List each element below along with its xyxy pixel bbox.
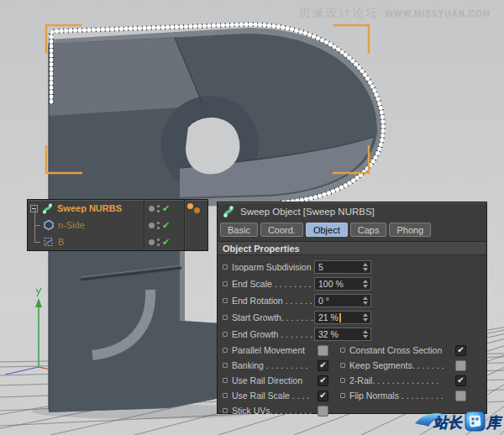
stick-uvs-checkbox[interactable] bbox=[318, 406, 328, 417]
logo-text-right: 库 bbox=[486, 414, 503, 431]
param-dot-icon[interactable] bbox=[223, 265, 228, 270]
attributes-title-bar: Sweep Object [Sweep NURBS] bbox=[218, 202, 486, 221]
om-object-label[interactable]: Sweep NURBS bbox=[57, 203, 122, 213]
check-row: Use Rail Direction ✔ 2-Rail. . . . . . .… bbox=[223, 373, 480, 388]
tab-phong[interactable]: Phong bbox=[389, 223, 431, 237]
param-dot-icon[interactable] bbox=[223, 378, 228, 383]
z-axis-icon bbox=[5, 367, 39, 375]
object-manager-panel: Sweep NURBS ✔ n-Side ✔ bbox=[27, 199, 208, 251]
param-dot-icon[interactable] bbox=[223, 363, 228, 368]
tab-bar: Basic Coord. Object Caps Phong bbox=[218, 221, 486, 238]
om-row-n-side[interactable]: n-Side ✔ bbox=[28, 217, 207, 233]
check-label: Keep Segments. . . . . . . bbox=[349, 360, 455, 370]
tag-dot-icon[interactable] bbox=[194, 207, 200, 213]
tab-basic[interactable]: Basic bbox=[220, 223, 258, 237]
attributes-panel: Sweep Object [Sweep NURBS] Basic Coord. … bbox=[217, 202, 487, 414]
stepper-arrows[interactable] bbox=[360, 278, 370, 290]
check-label: Constant Cross Section bbox=[349, 345, 455, 355]
om-row-sweep-nurbs[interactable]: Sweep NURBS ✔ bbox=[28, 200, 207, 217]
check-label: Use Rail Direction bbox=[232, 375, 318, 385]
stepper-arrows[interactable] bbox=[360, 328, 370, 340]
field-row-isoparm-subdivision: Isoparm Subdivision 5 bbox=[223, 259, 480, 275]
stepper-arrows[interactable] bbox=[360, 312, 370, 323]
field-row-end-rotation: End Rotation . . . . . . 0 ° bbox=[223, 292, 480, 309]
check-label: Parallel Movement bbox=[232, 345, 318, 355]
field-row-end-growth: End Growth . . . . . . . 32 % bbox=[223, 326, 480, 343]
two-rail-checkbox[interactable]: ✔ bbox=[455, 375, 466, 386]
tree-connector bbox=[28, 233, 42, 250]
param-dot-icon[interactable] bbox=[223, 393, 228, 398]
enable-check-icon[interactable]: ✔ bbox=[162, 204, 170, 213]
check-label: Stick UVs. . . . . . . . . bbox=[232, 406, 318, 416]
watermark-site-name: 思缘设计论坛 bbox=[299, 6, 380, 21]
render-dots[interactable] bbox=[157, 222, 160, 229]
om-row-b-spline[interactable]: B ✔ bbox=[28, 233, 207, 250]
visibility-dot[interactable] bbox=[149, 239, 155, 245]
field-label: End Rotation . . . . . . bbox=[232, 296, 314, 306]
check-row: Banking . . . . . . . . . ✔ Keep Segment… bbox=[223, 358, 480, 373]
render-dots[interactable] bbox=[157, 205, 160, 212]
tab-coord[interactable]: Coord. bbox=[260, 223, 303, 237]
end-rotation-input[interactable]: 0 ° bbox=[314, 294, 371, 307]
om-object-label[interactable]: B bbox=[58, 237, 64, 247]
field-label: End Growth . . . . . . . bbox=[232, 329, 314, 339]
field-label: End Scale . . . . . . . . . bbox=[232, 279, 314, 289]
param-dot-icon[interactable] bbox=[223, 408, 228, 413]
constant-cross-section-checkbox[interactable]: ✔ bbox=[455, 345, 466, 356]
check-row: Use Rail Scale . . . . ✔ Flip Normals . … bbox=[223, 388, 480, 403]
spline-icon bbox=[42, 236, 55, 249]
use-rail-scale-checkbox[interactable]: ✔ bbox=[318, 390, 328, 401]
sweep-nurbs-icon bbox=[222, 205, 235, 218]
om-object-label[interactable]: n-Side bbox=[58, 220, 85, 230]
tab-caps[interactable]: Caps bbox=[350, 223, 387, 237]
enable-check-icon[interactable]: ✔ bbox=[162, 238, 170, 247]
stepper-arrows[interactable] bbox=[360, 261, 370, 273]
check-row: Parallel Movement Constant Cross Section… bbox=[223, 343, 480, 358]
visibility-dot[interactable] bbox=[149, 206, 155, 212]
field-label: Isoparm Subdivision bbox=[232, 262, 314, 272]
param-dot-icon[interactable] bbox=[340, 378, 345, 383]
logo-text-left: 站长 bbox=[433, 414, 463, 431]
end-scale-input[interactable]: 100 % bbox=[314, 277, 371, 291]
enable-check-icon[interactable]: ✔ bbox=[162, 221, 170, 230]
watermark-site-url: WWW.MISSYUAN.COM bbox=[386, 9, 491, 18]
start-growth-input[interactable]: 21 % bbox=[314, 311, 371, 324]
check-label: Banking . . . . . . . . . bbox=[232, 360, 318, 370]
param-dot-icon[interactable] bbox=[340, 348, 345, 353]
param-dot-icon[interactable] bbox=[340, 393, 345, 398]
isoparm-subdivision-input[interactable]: 5 bbox=[314, 260, 371, 274]
param-dot-icon[interactable] bbox=[223, 298, 228, 303]
end-growth-input[interactable]: 32 % bbox=[314, 328, 371, 341]
check-label: Use Rail Scale . . . . bbox=[232, 390, 318, 401]
stepper-arrows[interactable] bbox=[360, 295, 370, 307]
field-row-start-growth: Start Growth. . . . . . . 21 % bbox=[223, 309, 480, 326]
param-dot-icon[interactable] bbox=[223, 348, 228, 353]
text-cursor bbox=[339, 313, 341, 322]
param-dot-icon[interactable] bbox=[223, 315, 228, 320]
check-label: Flip Normals . . . . . . . . . bbox=[349, 390, 455, 401]
panel-title: Sweep Object [Sweep NURBS] bbox=[240, 207, 375, 217]
keep-segments-checkbox[interactable] bbox=[455, 360, 466, 371]
param-dot-icon[interactable] bbox=[223, 281, 228, 286]
tab-object[interactable]: Object bbox=[306, 223, 348, 237]
sweep-nurbs-icon bbox=[41, 202, 54, 215]
param-dot-icon[interactable] bbox=[223, 332, 228, 337]
n-side-icon bbox=[42, 219, 55, 232]
watermark: 思缘设计论坛 WWW.MISSYUAN.COM bbox=[299, 6, 491, 21]
field-row-end-scale: End Scale . . . . . . . . . 100 % bbox=[223, 275, 480, 292]
section-header: Object Properties bbox=[218, 241, 486, 255]
use-rail-direction-checkbox[interactable]: ✔ bbox=[318, 375, 328, 386]
param-dot-icon[interactable] bbox=[340, 363, 345, 368]
visibility-dot[interactable] bbox=[149, 223, 155, 228]
check-label: 2-Rail. . . . . . . . . . . . . . bbox=[349, 375, 455, 385]
logo-watermark: 站长 库 bbox=[413, 405, 504, 435]
tag-dot-icon[interactable] bbox=[187, 203, 193, 209]
flip-normals-checkbox[interactable] bbox=[455, 390, 466, 401]
render-dots[interactable] bbox=[157, 238, 160, 246]
field-label: Start Growth. . . . . . . bbox=[232, 312, 314, 322]
parallel-movement-checkbox[interactable] bbox=[318, 345, 328, 356]
banking-checkbox[interactable]: ✔ bbox=[318, 360, 328, 371]
